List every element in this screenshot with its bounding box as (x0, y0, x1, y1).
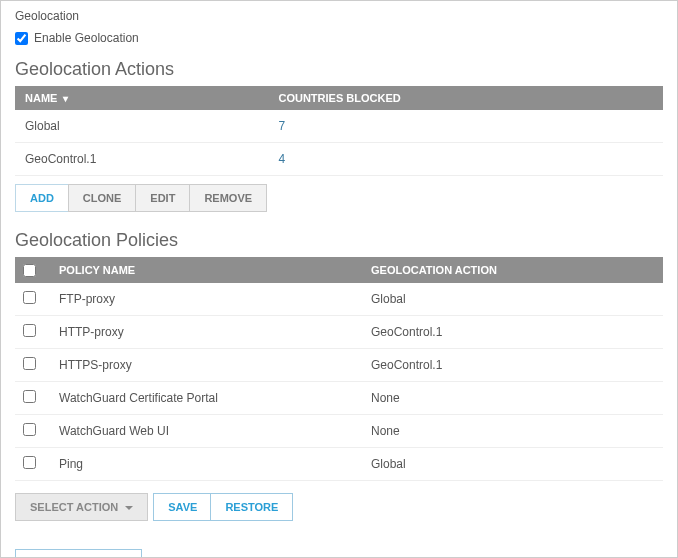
chevron-down-icon (125, 506, 133, 510)
row-checkbox-cell (15, 315, 51, 348)
table-row[interactable]: WatchGuard Web UINone (15, 414, 663, 447)
policy-action-cell: GeoControl.1 (363, 348, 663, 381)
policy-action-cell: Global (363, 447, 663, 480)
edit-button[interactable]: EDIT (135, 184, 190, 212)
select-action-dropdown[interactable]: SELECT ACTION (15, 493, 148, 521)
policies-col-checkbox (15, 257, 51, 283)
enable-geolocation-checkbox[interactable] (15, 32, 28, 45)
select-all-checkbox[interactable] (23, 264, 36, 277)
table-row[interactable]: PingGlobal (15, 447, 663, 480)
action-name-cell: GeoControl.1 (15, 143, 268, 176)
table-row[interactable]: HTTPS-proxyGeoControl.1 (15, 348, 663, 381)
row-checkbox[interactable] (23, 423, 36, 436)
geolocation-actions-heading: Geolocation Actions (15, 59, 663, 80)
policy-action-cell: GeoControl.1 (363, 315, 663, 348)
policy-name-cell: DNS (51, 480, 363, 483)
page-title: Geolocation (15, 9, 663, 23)
action-name-cell: Global (15, 110, 268, 143)
row-checkbox-cell (15, 348, 51, 381)
policy-action-cell: Global (363, 283, 663, 316)
geolocation-policies-heading: Geolocation Policies (15, 230, 663, 251)
actions-col-name[interactable]: Name ▾ (15, 86, 268, 110)
table-row[interactable]: GeoControl.14 (15, 143, 663, 176)
policy-action-cell: None (363, 381, 663, 414)
table-row[interactable]: Global7 (15, 110, 663, 143)
row-checkbox-cell (15, 381, 51, 414)
policy-name-cell: Ping (51, 447, 363, 480)
policy-name-cell: WatchGuard Web UI (51, 414, 363, 447)
policy-name-cell: HTTPS-proxy (51, 348, 363, 381)
row-checkbox[interactable] (23, 324, 36, 337)
row-checkbox[interactable] (23, 357, 36, 370)
table-row[interactable]: HTTP-proxyGeoControl.1 (15, 315, 663, 348)
row-checkbox-cell (15, 447, 51, 480)
row-checkbox[interactable] (23, 390, 36, 403)
sort-icon: ▾ (63, 93, 68, 104)
countries-blocked-cell[interactable]: 4 (268, 143, 663, 176)
actions-col-name-label: Name (25, 92, 57, 104)
restore-button[interactable]: RESTORE (210, 493, 293, 521)
clone-button[interactable]: CLONE (68, 184, 137, 212)
row-checkbox[interactable] (23, 291, 36, 304)
row-checkbox[interactable] (23, 456, 36, 469)
policies-scroll-area[interactable]: FTP-proxyGlobalHTTP-proxyGeoControl.1HTT… (15, 283, 663, 483)
add-button[interactable]: ADD (15, 184, 69, 212)
table-row[interactable]: WatchGuard Certificate PortalNone (15, 381, 663, 414)
policy-name-cell: HTTP-proxy (51, 315, 363, 348)
geolocation-policies-table: Policy Name Geolocation Action FTP-proxy… (15, 257, 663, 483)
row-checkbox-cell (15, 480, 51, 483)
table-row[interactable]: FTP-proxyGlobal (15, 283, 663, 316)
row-checkbox-cell (15, 283, 51, 316)
row-checkbox-cell (15, 414, 51, 447)
policy-name-cell: WatchGuard Certificate Portal (51, 381, 363, 414)
actions-col-blocked[interactable]: Countries Blocked (268, 86, 663, 110)
enable-geolocation-label: Enable Geolocation (34, 31, 139, 45)
actions-button-group: ADD CLONE EDIT REMOVE (15, 184, 663, 212)
geolocation-actions-table: Name ▾ Countries Blocked Global7GeoContr… (15, 86, 663, 176)
countries-blocked-cell[interactable]: 7 (268, 110, 663, 143)
policy-action-cell: None (363, 414, 663, 447)
policies-button-row: SELECT ACTION SAVE RESTORE (15, 493, 663, 521)
select-action-label: SELECT ACTION (30, 501, 118, 513)
policies-col-name[interactable]: Policy Name (51, 257, 363, 283)
policy-action-cell: Global (363, 480, 663, 483)
policies-col-action[interactable]: Geolocation Action (363, 257, 663, 283)
table-row[interactable]: DNSGlobal (15, 480, 663, 483)
policy-name-cell: FTP-proxy (51, 283, 363, 316)
remove-button[interactable]: REMOVE (189, 184, 267, 212)
update-server-button[interactable]: UPDATE SERVER (15, 549, 142, 558)
save-button[interactable]: SAVE (153, 493, 212, 521)
